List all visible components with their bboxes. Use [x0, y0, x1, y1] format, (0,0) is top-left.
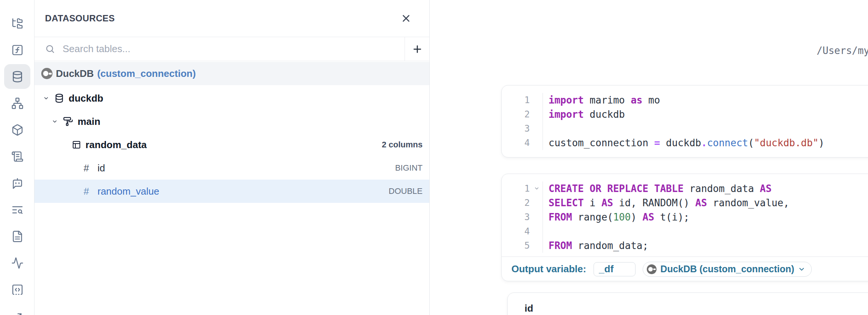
duckdb-logo [647, 264, 657, 274]
code-cell-sql[interactable]: 1 2 3 4 5 CREATE OR REPLACE TABLE random… [501, 174, 868, 281]
tree-row-column-random-value[interactable]: # random_value DOUBLE [34, 180, 429, 203]
connection-engine: DuckDB [56, 68, 94, 80]
database-icon [54, 93, 64, 103]
panel-header: DATASOURCES [34, 0, 429, 37]
hash-icon: # [84, 186, 90, 197]
line-number: 3 [502, 210, 530, 224]
connection-row[interactable]: DuckDB (custom_connection) [34, 62, 429, 85]
line-number: 2 [502, 196, 530, 210]
activity-rail [0, 0, 34, 315]
result-table[interactable]: id [507, 292, 868, 315]
cut-off-icon[interactable] [4, 304, 30, 315]
datasource-tree: duckdb main random_data 2 columns # id B… [34, 87, 429, 203]
snippets-code-icon[interactable] [4, 277, 30, 302]
search-row [34, 37, 429, 61]
line-number-gutter: 1 2 3 4 5 [502, 182, 543, 253]
output-variable-label: Output variable: [511, 263, 586, 275]
column-datatype: BIGINT [395, 163, 423, 173]
line-number-gutter: 1 2 3 4 [502, 93, 543, 150]
fold-chevron-down-icon[interactable] [534, 186, 540, 191]
search-box [34, 37, 405, 61]
code-editor[interactable]: CREATE OR REPLACE TABLE random_data AS S… [543, 182, 868, 253]
file-tree-icon[interactable] [4, 11, 30, 36]
column-label: random_value [97, 186, 159, 197]
line-number: 1 [502, 182, 530, 196]
duckdb-logo [41, 68, 52, 79]
connection-dropdown-label: DuckDB (custom_connection) [660, 264, 794, 274]
table-icon [72, 140, 81, 149]
datasources-icon[interactable] [4, 64, 30, 89]
line-number: 4 [502, 224, 530, 238]
close-panel-button[interactable] [398, 10, 414, 27]
function-square-icon[interactable] [4, 38, 30, 62]
dependencies-icon[interactable] [4, 91, 30, 116]
chat-bot-icon[interactable] [4, 171, 30, 195]
table-column-count: 2 columns [382, 140, 423, 150]
plus-icon [412, 44, 423, 55]
tree-row-column-id[interactable]: # id BIGINT [34, 156, 429, 180]
tree-row-table[interactable]: random_data 2 columns [34, 133, 429, 156]
chevron-down-icon[interactable] [52, 118, 58, 124]
database-label: duckdb [69, 93, 103, 104]
table-label: random_data [85, 139, 147, 151]
file-path: /Users/my [817, 45, 868, 56]
page-title: DATASOURCES [45, 13, 115, 24]
activity-icon[interactable] [4, 250, 30, 275]
code-editor[interactable]: import marimo as mo import duckdb custom… [543, 93, 868, 150]
tree-row-schema[interactable]: main [34, 110, 429, 133]
line-number: 2 [502, 107, 530, 122]
search-input[interactable] [63, 43, 405, 55]
tree-row-database[interactable]: duckdb [34, 87, 429, 110]
line-number: 5 [502, 238, 530, 253]
connection-name[interactable]: (custom_connection) [97, 68, 196, 80]
output-variable-input[interactable]: _df [594, 262, 636, 276]
schema-label: main [78, 116, 100, 128]
notebook-area: /Users/my 1 2 3 4 import marimo as mo im… [430, 0, 868, 315]
chevron-down-icon [798, 266, 805, 273]
column-datatype: DOUBLE [389, 186, 423, 196]
line-number: 4 [502, 136, 530, 150]
file-text-icon[interactable] [4, 224, 30, 249]
list-search-icon[interactable] [4, 197, 30, 222]
search-icon [45, 44, 55, 54]
connection-dropdown[interactable]: DuckDB (custom_connection) [643, 262, 812, 277]
sql-cell-footer: Output variable: _df DuckDB (custom_conn… [502, 257, 868, 281]
line-number: 1 [502, 93, 530, 107]
column-label: id [97, 162, 105, 174]
line-number: 3 [502, 122, 530, 136]
packages-icon[interactable] [4, 117, 30, 142]
chevron-down-icon[interactable] [43, 95, 49, 101]
datasources-panel: DATASOURCES DuckDB (custom_connection) [34, 0, 430, 315]
schema-icon [63, 117, 73, 127]
scroll-text-icon[interactable] [4, 144, 30, 169]
result-table-column-header: id [525, 303, 868, 314]
close-icon [400, 13, 412, 24]
add-datasource-button[interactable] [405, 37, 429, 61]
code-cell-python[interactable]: 1 2 3 4 import marimo as mo import duckd… [501, 85, 868, 158]
hash-icon: # [84, 162, 90, 174]
